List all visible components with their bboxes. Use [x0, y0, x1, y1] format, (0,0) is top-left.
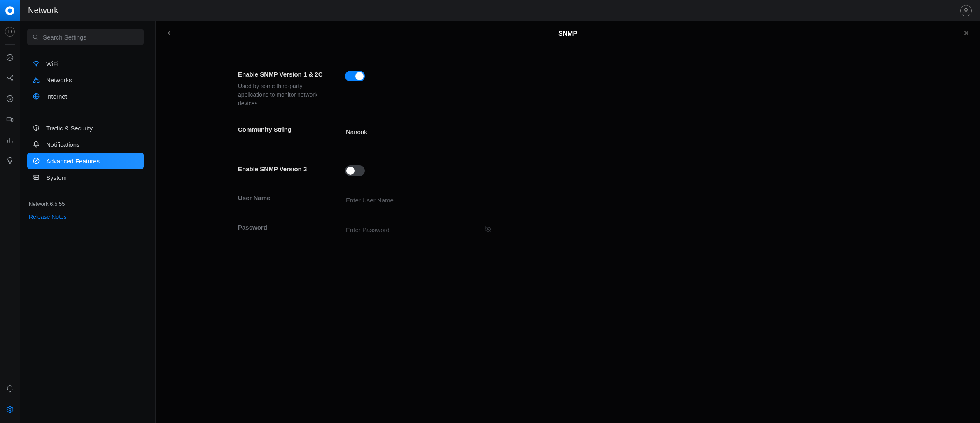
search-input[interactable]: [43, 34, 139, 41]
svg-point-13: [36, 65, 37, 66]
community-string-input[interactable]: [345, 126, 493, 139]
globe-icon: [32, 93, 40, 100]
devices-icon: [6, 115, 14, 123]
svg-point-3: [7, 77, 8, 79]
rail-site-badge[interactable]: D: [0, 21, 20, 42]
wifi-icon: [32, 60, 40, 67]
top-bar: Network: [20, 0, 980, 21]
gauge-icon: [6, 53, 14, 62]
sidebar-item-system[interactable]: System: [27, 169, 144, 186]
close-icon: [963, 29, 970, 37]
snmp3-toggle[interactable]: [345, 165, 365, 176]
rail-settings-icon[interactable]: [0, 399, 20, 420]
sidebar-item-notifications[interactable]: Notifications: [27, 136, 144, 153]
release-notes-link[interactable]: Release Notes: [29, 214, 67, 220]
svg-rect-9: [11, 119, 13, 122]
bell-icon: [32, 141, 40, 148]
nav-divider: [29, 193, 142, 193]
sidebar-item-internet[interactable]: Internet: [27, 88, 144, 105]
sidebar-item-label: Networks: [46, 77, 72, 84]
user-icon: [962, 7, 970, 14]
eye-off-icon: [484, 225, 492, 233]
ubiquiti-logo-icon: [5, 5, 15, 16]
svg-point-18: [36, 129, 36, 129]
rail-notifications-icon[interactable]: [0, 379, 20, 399]
server-icon: [32, 174, 40, 181]
rail-clients-icon[interactable]: [0, 109, 20, 130]
sidebar-item-wifi[interactable]: WiFi: [27, 55, 144, 72]
detail-header: SNMP: [156, 21, 980, 46]
sidebar-item-advanced-features[interactable]: Advanced Features: [27, 153, 144, 169]
sidebar-item-label: WiFi: [46, 60, 58, 67]
user-avatar[interactable]: [960, 5, 972, 16]
shield-icon: [32, 124, 40, 132]
svg-point-6: [7, 96, 13, 102]
back-button[interactable]: [166, 29, 175, 38]
chevron-left-icon: [166, 29, 173, 37]
sidebar-item-networks[interactable]: Networks: [27, 72, 144, 88]
sidebar-item-label: System: [46, 174, 67, 181]
username-input[interactable]: [345, 194, 493, 207]
svg-point-11: [965, 8, 967, 11]
site-letter-badge: D: [5, 27, 15, 37]
password-input[interactable]: [345, 224, 493, 237]
snmp3-label: Enable SNMP Version 3: [238, 165, 335, 172]
sidebar-item-label: Traffic & Security: [46, 125, 93, 132]
record-circle-icon: [6, 95, 14, 103]
svg-rect-8: [7, 117, 11, 121]
rail-divider: [5, 44, 15, 45]
svg-point-1: [8, 9, 12, 13]
community-string-label: Community String: [238, 126, 335, 133]
rail-stats-icon[interactable]: [0, 130, 20, 150]
svg-rect-15: [33, 81, 35, 83]
username-label: User Name: [238, 194, 335, 201]
bell-icon: [6, 385, 14, 393]
network-icon: [32, 76, 40, 84]
password-label: Password: [238, 224, 335, 231]
svg-point-4: [12, 75, 13, 77]
svg-point-12: [33, 35, 37, 39]
svg-point-5: [12, 79, 13, 81]
detail-panel: SNMP Enable SNMP Version 1 & 2C Used by …: [156, 21, 980, 423]
rail-insights-icon[interactable]: [0, 150, 20, 171]
topology-icon: [6, 74, 14, 82]
svg-point-10: [9, 409, 11, 411]
rail-dashboard-icon[interactable]: [0, 47, 20, 68]
svg-point-23: [35, 178, 35, 179]
svg-point-7: [9, 98, 11, 100]
tools-icon: [32, 157, 40, 165]
settings-sidebar: WiFi Networks Internet Traffic & Securit…: [20, 21, 156, 423]
snmp12-description: Used by some third-party applications to…: [238, 82, 329, 108]
app-icon-rail: D: [0, 0, 20, 423]
sidebar-item-traffic-security[interactable]: Traffic & Security: [27, 120, 144, 136]
gear-icon: [6, 405, 14, 414]
rail-devices-icon[interactable]: [0, 88, 20, 109]
rail-topology-icon[interactable]: [0, 68, 20, 88]
brand-logo[interactable]: [0, 0, 20, 21]
search-icon: [32, 34, 39, 40]
sidebar-item-label: Advanced Features: [46, 158, 100, 165]
bar-chart-icon: [6, 136, 14, 144]
search-box[interactable]: [27, 29, 144, 45]
version-text: Network 6.5.55: [29, 201, 142, 207]
sidebar-item-label: Notifications: [46, 141, 80, 148]
password-visibility-toggle[interactable]: [484, 225, 492, 235]
nav-divider: [29, 112, 142, 112]
close-button[interactable]: [960, 29, 970, 38]
svg-rect-14: [35, 77, 37, 79]
detail-title: SNMP: [156, 30, 980, 37]
svg-rect-16: [37, 81, 39, 83]
snmp12-toggle[interactable]: [345, 71, 365, 81]
lightbulb-icon: [6, 156, 14, 165]
svg-point-22: [35, 176, 35, 177]
sidebar-item-label: Internet: [46, 93, 67, 100]
snmp12-label: Enable SNMP Version 1 & 2C: [238, 71, 335, 78]
page-title: Network: [28, 6, 58, 15]
